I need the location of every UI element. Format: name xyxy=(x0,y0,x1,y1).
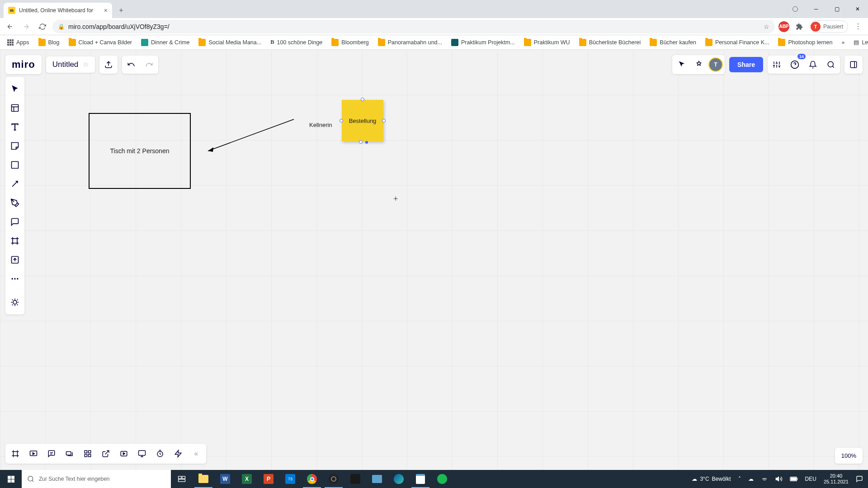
cursor-tool-icon[interactable] xyxy=(674,57,689,72)
bookmark-apps[interactable]: Apps xyxy=(4,38,33,47)
spotify-icon[interactable] xyxy=(431,470,453,488)
taskbar-search[interactable]: Zur Suche Text hier eingeben xyxy=(22,470,171,488)
sticky-note[interactable]: Bestellung xyxy=(342,100,383,141)
task-view-icon[interactable] xyxy=(171,470,193,488)
resize-handle-right[interactable] xyxy=(382,119,386,122)
bookmark-item[interactable]: Praktikum Projektm... xyxy=(448,37,519,48)
network-icon[interactable] xyxy=(758,470,771,488)
reactions-icon[interactable] xyxy=(691,57,707,72)
browser-tab[interactable]: m Untitled, Online Whiteboard for × xyxy=(4,3,112,18)
volume-icon[interactable] xyxy=(772,470,786,488)
bookmark-item[interactable]: Personal Finance K... xyxy=(702,37,773,48)
pen-tool[interactable] xyxy=(5,193,24,212)
rectangle-shape[interactable]: Tisch mit 2 Personen xyxy=(89,113,191,189)
bookmark-item[interactable]: Blog xyxy=(35,37,63,48)
powerpoint-icon[interactable]: P xyxy=(258,470,279,488)
resize-handle-bottom[interactable] xyxy=(359,140,363,144)
star-bookmark-icon[interactable]: ☆ xyxy=(764,23,769,30)
arrow-line[interactable] xyxy=(208,117,298,162)
sticky-tool[interactable] xyxy=(5,136,24,155)
explorer2-icon[interactable] xyxy=(366,470,388,488)
help-icon[interactable] xyxy=(786,56,804,74)
tab-close-icon[interactable]: × xyxy=(104,7,108,14)
apps-tool[interactable] xyxy=(5,293,24,312)
line-label[interactable]: Kellnerin xyxy=(309,122,332,128)
edge-icon[interactable] xyxy=(388,470,410,488)
search-icon[interactable] xyxy=(822,56,840,74)
battery-icon[interactable] xyxy=(787,470,801,488)
window-maximize[interactable]: ▢ xyxy=(826,0,847,18)
user-avatar[interactable]: T xyxy=(708,57,723,72)
bookmark-item[interactable]: Panoramabahn und... xyxy=(374,37,446,48)
comments-panel-icon[interactable] xyxy=(42,445,61,463)
voting-icon[interactable] xyxy=(169,445,187,463)
word-icon[interactable]: W xyxy=(214,470,236,488)
bookmark-item[interactable]: Praktikum WU xyxy=(520,37,574,48)
zoom-level[interactable]: 100% xyxy=(835,448,863,464)
star-icon[interactable]: ☆ xyxy=(83,61,89,69)
bookmark-overflow[interactable]: » xyxy=(838,37,848,47)
explorer-icon[interactable] xyxy=(193,470,214,488)
address-bar[interactable]: 🔒 miro.com/app/board/uXjVOf8yZ3g=/ ☆ xyxy=(52,20,775,33)
forward-button[interactable] xyxy=(20,20,33,33)
board-name[interactable]: Untitled ☆ xyxy=(46,56,95,73)
text-tool[interactable] xyxy=(5,117,24,136)
settings-icon[interactable] xyxy=(768,56,786,74)
share-button[interactable]: Share xyxy=(729,57,763,72)
resize-handle-top[interactable] xyxy=(361,98,364,101)
bookmark-item[interactable]: B100 schöne Dinge xyxy=(267,37,326,47)
collapse-icon[interactable]: « xyxy=(187,445,205,463)
tray-chevron-icon[interactable]: ˄ xyxy=(735,470,744,488)
bookmark-item[interactable]: Bücherliste Bücherei xyxy=(576,37,645,48)
chrome-menu-icon[interactable]: ⋮ xyxy=(852,20,864,33)
action-center-icon[interactable] xyxy=(853,470,866,488)
resize-handle-left[interactable] xyxy=(340,119,343,122)
video-icon[interactable] xyxy=(115,445,133,463)
frame-tool[interactable] xyxy=(5,231,24,250)
link-icon[interactable] xyxy=(97,445,115,463)
extensions-icon[interactable] xyxy=(793,20,806,33)
new-tab-button[interactable]: + xyxy=(115,4,127,17)
chrome-account-indicator[interactable] xyxy=(785,0,806,18)
window-minimize[interactable]: ─ xyxy=(806,0,826,18)
grid-icon[interactable] xyxy=(79,445,97,463)
bookmark-item[interactable]: Cload + Canva Bilder xyxy=(65,37,136,48)
start-button[interactable] xyxy=(0,470,22,488)
bookmark-item[interactable]: Photoshop lernen xyxy=(774,37,836,48)
onedrive-icon[interactable]: ☁ xyxy=(745,470,757,488)
bookmark-item[interactable]: Bloomberg xyxy=(328,37,372,48)
reload-button[interactable] xyxy=(36,20,49,33)
export-button[interactable] xyxy=(99,56,118,74)
back-button[interactable] xyxy=(4,20,16,33)
clock[interactable]: 20:40 25.11.2021 xyxy=(821,470,852,488)
extension-abp-icon[interactable]: ABP xyxy=(778,21,789,32)
screen-icon[interactable] xyxy=(133,445,151,463)
app-icon[interactable]: 73 xyxy=(279,470,301,488)
bookmark-item[interactable]: Dinner & Crime xyxy=(137,37,193,48)
line-tool[interactable] xyxy=(5,174,24,193)
bookmark-item[interactable]: Bücher kaufen xyxy=(646,37,700,48)
comment-tool[interactable] xyxy=(5,212,24,231)
frames-panel-icon[interactable] xyxy=(6,445,24,463)
bookmark-item[interactable]: Social Media Mana... xyxy=(195,37,265,48)
redo-button[interactable] xyxy=(140,56,158,74)
obs-icon[interactable] xyxy=(323,470,344,488)
select-tool[interactable] xyxy=(5,80,24,99)
activity-panel-icon[interactable] xyxy=(844,56,863,74)
presentation-icon[interactable] xyxy=(24,445,42,463)
miro-logo[interactable]: miro xyxy=(5,55,42,74)
language-indicator[interactable]: DEU xyxy=(802,470,820,488)
shape-tool[interactable] xyxy=(5,155,24,174)
excel-icon[interactable]: X xyxy=(236,470,258,488)
notepad-icon[interactable] xyxy=(410,470,431,488)
rotation-handle[interactable] xyxy=(365,141,368,144)
undo-button[interactable] xyxy=(122,56,140,74)
chrome-icon[interactable] xyxy=(301,470,323,488)
notifications-icon[interactable] xyxy=(804,56,822,74)
window-close[interactable]: ✕ xyxy=(847,0,868,18)
app-icon-2[interactable] xyxy=(344,470,366,488)
templates-tool[interactable] xyxy=(5,99,24,117)
profile-button[interactable]: T Pausiert xyxy=(809,20,848,33)
cards-icon[interactable] xyxy=(61,445,79,463)
upload-tool[interactable] xyxy=(5,250,24,269)
